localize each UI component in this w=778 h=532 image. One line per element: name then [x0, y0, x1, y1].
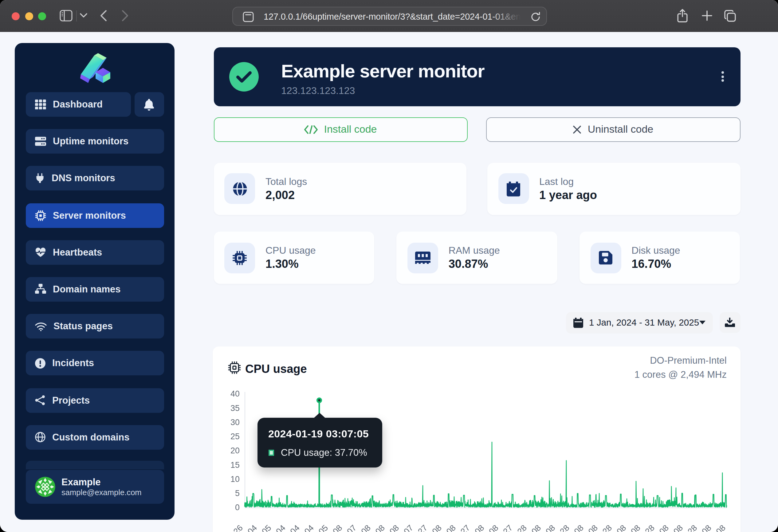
- svg-text:35: 35: [230, 404, 240, 413]
- svg-text:08: 08: [629, 523, 642, 532]
- svg-text:08: 08: [615, 523, 628, 532]
- svg-text:08: 08: [360, 523, 372, 532]
- svg-text:08: 08: [544, 523, 557, 532]
- svg-text:0: 0: [235, 503, 240, 512]
- svg-text:27: 27: [501, 523, 514, 532]
- svg-text:04: 04: [274, 523, 287, 532]
- svg-text:08: 08: [700, 523, 713, 532]
- svg-text:28: 28: [601, 523, 614, 532]
- svg-text:27: 27: [459, 523, 472, 532]
- svg-text:08: 08: [473, 523, 486, 532]
- svg-text:28: 28: [516, 523, 529, 532]
- svg-text:08: 08: [672, 523, 685, 532]
- svg-text:28: 28: [686, 523, 699, 532]
- svg-text:08: 08: [587, 523, 600, 532]
- svg-text:08: 08: [487, 523, 500, 532]
- svg-text:08: 08: [374, 523, 387, 532]
- svg-text:27: 27: [416, 523, 429, 532]
- svg-text:04: 04: [246, 523, 259, 532]
- svg-text:04: 04: [289, 523, 301, 532]
- svg-text:28: 28: [558, 523, 571, 532]
- svg-text:08: 08: [445, 523, 458, 532]
- svg-text:40: 40: [230, 389, 240, 398]
- svg-text:15: 15: [230, 460, 240, 470]
- svg-text:08: 08: [572, 523, 586, 532]
- svg-text:05: 05: [317, 523, 330, 532]
- svg-text:08: 08: [657, 523, 671, 532]
- svg-text:26: 26: [232, 523, 245, 532]
- svg-text:05: 05: [260, 523, 273, 532]
- svg-text:5: 5: [235, 489, 240, 498]
- svg-text:04: 04: [303, 523, 316, 532]
- svg-text:10: 10: [230, 474, 240, 484]
- svg-text:08: 08: [530, 523, 543, 532]
- svg-text:07: 07: [402, 523, 415, 532]
- svg-text:28: 28: [643, 523, 656, 532]
- svg-text:25: 25: [230, 432, 240, 441]
- svg-text:07: 07: [345, 523, 358, 532]
- svg-text:20: 20: [230, 446, 240, 455]
- svg-text:08: 08: [388, 523, 401, 532]
- svg-text:30: 30: [230, 418, 240, 427]
- svg-text:08: 08: [431, 523, 443, 532]
- svg-text:08: 08: [331, 523, 344, 532]
- svg-text:08: 08: [714, 523, 727, 532]
